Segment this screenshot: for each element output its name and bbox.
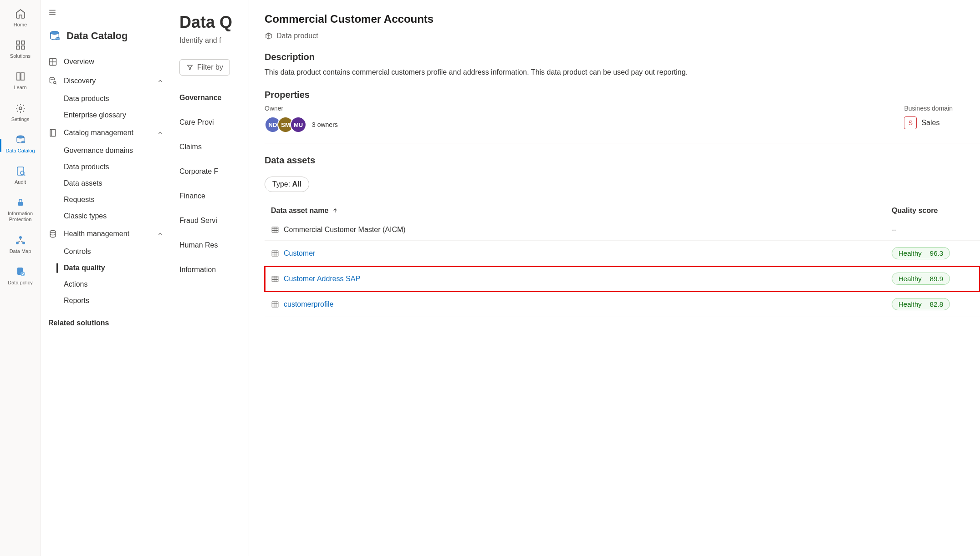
description-text: This data product contains commercial cu… — [265, 67, 980, 78]
sidebar-title: Data Catalog — [66, 30, 128, 42]
svg-rect-24 — [272, 276, 278, 282]
page-subtitle: Identify and f — [179, 36, 249, 45]
svg-rect-20 — [50, 130, 56, 136]
rail-data-map[interactable]: Data Map — [0, 231, 41, 261]
domain-list: Governance Care Provi Claims Corporate F… — [179, 86, 249, 282]
domain-item[interactable]: Corporate F — [179, 159, 249, 184]
domain-item[interactable]: Human Res — [179, 233, 249, 258]
properties-heading: Properties — [265, 90, 980, 100]
score-badge: Healthy96.3 — [892, 247, 950, 259]
domain-item[interactable]: Claims — [179, 135, 249, 159]
svg-rect-9 — [18, 202, 23, 206]
rail-label: Solutions — [10, 53, 31, 59]
owners-group[interactable]: ND SM MU 3 owners — [265, 116, 338, 133]
gear-icon — [15, 103, 26, 114]
nav-label: Discovery — [64, 77, 96, 85]
domain-item[interactable]: Fraud Servi — [179, 208, 249, 233]
asset-row[interactable]: customerprofileHealthy82.8 — [265, 292, 980, 317]
shield-icon — [15, 197, 26, 208]
nav-data-assets[interactable]: Data assets — [41, 175, 171, 192]
nav-label: Catalog management — [64, 129, 133, 137]
nav-label: Overview — [64, 58, 94, 66]
hamburger-button[interactable] — [41, 5, 171, 21]
rail-label: Audit — [15, 179, 26, 185]
chevron-up-icon — [157, 130, 163, 136]
rail-data-catalog[interactable]: Data Catalog — [0, 131, 41, 160]
domain-item[interactable]: Finance — [179, 184, 249, 208]
filter-button[interactable]: Filter by — [179, 59, 230, 76]
asset-name[interactable]: Commercial Customer Master (AICM) — [271, 226, 892, 234]
nav-data-products-2[interactable]: Data products — [41, 159, 171, 175]
asset-name[interactable]: Customer Address SAP — [271, 275, 892, 283]
domain-item[interactable]: Information — [179, 258, 249, 282]
divider — [265, 143, 980, 143]
rail-label: Data Catalog — [5, 148, 35, 154]
rail-learn[interactable]: Learn — [0, 67, 41, 97]
nav-discovery[interactable]: Discovery — [41, 71, 171, 91]
package-icon — [265, 32, 273, 40]
nav-overview[interactable]: Overview — [41, 52, 171, 71]
rail-data-policy[interactable]: Data policy — [0, 263, 41, 292]
col-name-header[interactable]: Data asset name — [271, 207, 892, 215]
nav-requests[interactable]: Requests — [41, 192, 171, 208]
table-icon — [271, 249, 279, 258]
biz-domain-value[interactable]: S Sales — [904, 116, 953, 129]
rail-info-protection[interactable]: Information Protection — [0, 193, 41, 229]
type-label: Data product — [276, 32, 318, 40]
asset-row[interactable]: Customer Address SAPHealthy89.9 — [265, 266, 980, 292]
sidebar: Data Catalog Overview Discovery Data pro… — [41, 0, 171, 556]
middle-column: Data Q Identify and f Filter by Governan… — [171, 0, 249, 556]
svg-rect-0 — [16, 41, 20, 44]
rail-label: Data policy — [8, 280, 32, 286]
home-icon — [15, 8, 26, 19]
nav-data-products[interactable]: Data products — [41, 91, 171, 107]
svg-point-4 — [19, 107, 22, 110]
search-db-icon — [48, 76, 57, 86]
svg-rect-2 — [16, 46, 20, 49]
type-filter-label: Type: — [272, 180, 292, 188]
nav-reports[interactable]: Reports — [41, 293, 171, 309]
nav-enterprise-glossary[interactable]: Enterprise glossary — [41, 107, 171, 123]
svg-rect-25 — [272, 302, 278, 307]
asset-row[interactable]: CustomerHealthy96.3 — [265, 241, 980, 266]
asset-name[interactable]: Customer — [271, 249, 892, 258]
detail-title: Commercial Customer Accounts — [265, 13, 980, 25]
map-icon — [15, 235, 26, 246]
table-icon — [271, 226, 279, 234]
table-icon — [271, 300, 279, 308]
biz-domain-label: Business domain — [904, 105, 953, 112]
svg-point-5 — [17, 136, 24, 138]
nav-health-mgmt[interactable]: Health management — [41, 224, 171, 243]
nav-actions[interactable]: Actions — [41, 276, 171, 293]
rail-solutions[interactable]: Solutions — [0, 36, 41, 66]
filter-label: Filter by — [197, 63, 223, 71]
asset-row[interactable]: Commercial Customer Master (AICM)-- — [265, 219, 980, 241]
nav-classic-types[interactable]: Classic types — [41, 208, 171, 224]
col-score-header[interactable]: Quality score — [892, 207, 974, 215]
catalog-icon — [48, 30, 61, 42]
rail-label: Data Map — [10, 248, 31, 254]
svg-point-10 — [19, 236, 22, 239]
database-icon — [48, 229, 57, 238]
svg-point-18 — [50, 77, 54, 79]
rail-settings[interactable]: Settings — [0, 99, 41, 129]
sidebar-header: Data Catalog — [41, 21, 171, 52]
nav-controls[interactable]: Controls — [41, 243, 171, 260]
related-solutions-heading: Related solutions — [41, 309, 171, 331]
page-title: Data Q — [179, 13, 249, 32]
asset-name[interactable]: customerprofile — [271, 300, 892, 308]
sort-asc-icon — [332, 207, 338, 214]
nav-gov-domains[interactable]: Governance domains — [41, 142, 171, 159]
nav-data-quality[interactable]: Data quality — [41, 260, 171, 276]
rail-home[interactable]: Home — [0, 5, 41, 34]
rail-audit[interactable]: Audit — [0, 162, 41, 192]
score-empty: -- — [892, 226, 974, 234]
owner-label: Owner — [265, 105, 338, 112]
score-badge: Healthy89.9 — [892, 273, 950, 285]
audit-icon — [15, 166, 26, 177]
domain-item[interactable]: Care Provi — [179, 110, 249, 135]
domain-heading: Governance — [179, 86, 249, 110]
type-filter[interactable]: Type: All — [265, 177, 309, 192]
nav-catalog-mgmt[interactable]: Catalog management — [41, 123, 171, 142]
apps-icon — [15, 40, 26, 51]
